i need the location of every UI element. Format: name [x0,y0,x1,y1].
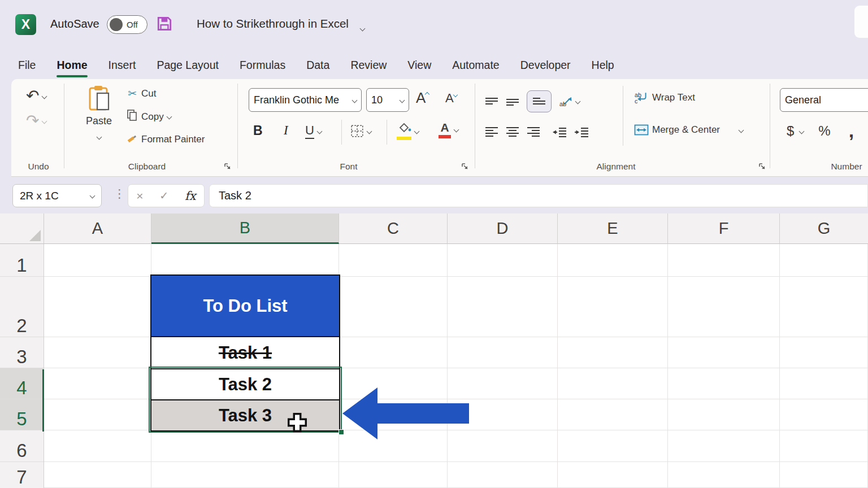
grid-cell[interactable] [448,337,558,368]
alignment-dialog-launcher[interactable] [758,163,766,171]
enter-icon[interactable]: ✓ [159,189,168,202]
grid-cell[interactable] [339,244,448,277]
grid-cell[interactable] [44,337,151,368]
bold-button[interactable]: B [253,123,263,138]
insert-function-icon[interactable]: fx [185,189,196,203]
grid-cell[interactable] [44,462,151,488]
number-format-combobox[interactable]: General [780,88,868,112]
formula-bar-dots-icon[interactable]: ⋮ [114,187,125,201]
align-center-button[interactable] [506,127,519,138]
borders-button[interactable] [350,124,371,138]
row-header-4[interactable]: 4 [0,368,44,399]
grid-cell[interactable] [339,337,448,368]
redo-button[interactable]: ↷ [26,113,46,129]
grid-cell[interactable] [668,399,780,430]
cell-B5[interactable]: Task 3 [150,399,340,432]
cell-B3[interactable]: Task 1 [150,336,340,369]
font-color-button[interactable]: A [439,121,458,138]
align-bottom-button[interactable] [527,90,552,112]
tab-view[interactable]: View [407,59,431,72]
copy-button[interactable]: Copy [127,110,171,124]
column-header-a[interactable]: A [44,213,151,244]
formula-input[interactable]: Task 2 [209,184,868,207]
name-box[interactable]: 2R x 1C [12,184,102,207]
grid-cell[interactable] [780,399,868,430]
document-title[interactable]: How to Strikethrough in Excel [197,17,349,30]
tab-page-layout[interactable]: Page Layout [157,59,219,72]
column-header-g[interactable]: G [780,213,868,244]
wrap-text-button[interactable]: ab c Wrap Text [634,91,695,104]
merge-center-button[interactable]: Merge & Center [634,124,743,136]
grid-cell[interactable] [668,430,780,462]
grid-cell[interactable] [339,462,448,488]
grid-cell[interactable] [448,277,558,337]
font-name-combobox[interactable]: Franklin Gothic Me [249,88,362,112]
tab-data[interactable]: Data [306,59,329,72]
titlebar-right-control[interactable] [854,6,868,38]
excel-logo-icon[interactable]: X [15,14,36,35]
grid-cell[interactable] [558,244,668,277]
align-left-button[interactable] [485,127,498,138]
title-chevron-icon[interactable] [361,23,364,33]
tab-developer[interactable]: Developer [520,59,571,72]
grid-cell[interactable] [44,244,151,277]
orientation-button[interactable]: ab [559,96,580,107]
grid-cell[interactable] [44,430,151,462]
grid-cell[interactable] [558,368,668,399]
underline-button[interactable]: U [305,123,322,139]
grow-font-button[interactable]: A [416,89,429,107]
tab-file[interactable]: File [18,59,36,72]
tab-home[interactable]: Home [57,59,87,72]
grid-cell[interactable] [151,462,339,488]
italic-button[interactable]: I [284,123,288,138]
percent-button[interactable]: % [818,123,830,139]
grid-cell[interactable] [668,244,780,277]
column-header-c[interactable]: C [339,213,448,244]
grid-cell[interactable] [780,337,868,368]
decrease-indent-button[interactable] [552,127,567,137]
save-button[interactable] [156,15,173,32]
align-top-button[interactable] [485,97,498,107]
tab-formulas[interactable]: Formulas [240,59,285,72]
shrink-font-button[interactable]: A [445,91,457,106]
cut-button[interactable]: ✂ Cut [127,87,156,100]
fill-color-button[interactable] [397,122,419,140]
grid-cell[interactable] [151,244,339,277]
grid-cell[interactable] [780,277,868,337]
cell-B4[interactable]: Task 2 [150,368,340,400]
grid-cell[interactable] [151,430,339,462]
column-header-f[interactable]: F [668,213,780,244]
column-header-b[interactable]: B [151,213,339,244]
align-middle-button[interactable] [506,97,519,107]
currency-button[interactable]: $ [787,123,794,139]
row-header-1[interactable]: 1 [0,244,44,277]
autosave-toggle[interactable]: Off [107,15,147,34]
tab-help[interactable]: Help [592,59,614,72]
row-header-5[interactable]: 5 [0,399,44,430]
cell-B2[interactable]: To Do List [150,274,340,337]
grid-cell[interactable] [558,277,668,337]
grid-cell[interactable] [780,368,868,399]
align-right-button[interactable] [527,127,540,138]
tab-insert[interactable]: Insert [108,59,136,72]
tab-review[interactable]: Review [350,59,387,72]
grid-cell[interactable] [668,337,780,368]
grid-cell[interactable] [44,368,151,399]
grid-cell[interactable] [780,462,868,488]
row-header-7[interactable]: 7 [0,462,44,488]
column-header-e[interactable]: E [558,213,668,244]
row-header-2[interactable]: 2 [0,277,44,337]
row-header-6[interactable]: 6 [0,430,44,462]
font-size-combobox[interactable]: 10 [366,88,409,112]
grid-cell[interactable] [558,337,668,368]
grid-cell[interactable] [668,368,780,399]
grid-cell[interactable] [668,462,780,488]
grid-cell[interactable] [558,399,668,430]
column-header-d[interactable]: D [448,213,558,244]
comma-button[interactable]: , [849,127,854,135]
tab-automate[interactable]: Automate [452,59,499,72]
paste-button[interactable]: Paste [78,85,120,142]
grid-cell[interactable] [780,244,868,277]
cancel-icon[interactable]: × [136,189,143,203]
font-dialog-launcher[interactable] [461,163,469,171]
